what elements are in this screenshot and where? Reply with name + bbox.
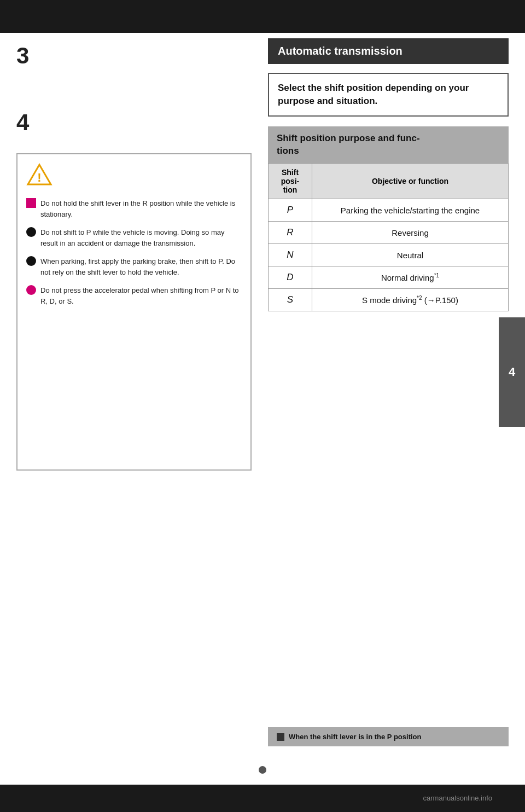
col-header-position: Shift posi-tion (269, 164, 312, 199)
warning-item-2: Do not shift to P while the vehicle is m… (26, 227, 242, 248)
right-tab-label: 4 (509, 365, 515, 379)
col-header-function: Objective or function (312, 164, 509, 199)
svg-text:!: ! (37, 171, 41, 184)
right-sidebar-tab: 4 (499, 317, 525, 427)
table-row-n: N Neutral (269, 244, 509, 266)
function-d: Normal driving*1 (312, 266, 509, 289)
table-row-s: S S mode driving*2 (→P.150) (269, 289, 509, 311)
section-heading-box: Shift position purpose and func-tions (268, 126, 509, 164)
black-circle-icon-2 (26, 256, 36, 266)
warning-item-1: Do not hold the shift lever in the R pos… (26, 198, 242, 219)
warning-item-3: When parking, first apply the parking br… (26, 256, 242, 277)
position-n: N (269, 244, 312, 266)
at-header-text: Automatic transmission (278, 45, 402, 57)
bottom-note-text: When the shift lever is in the P positio… (289, 733, 421, 741)
function-r: Reversing (312, 222, 509, 244)
position-p: P (269, 199, 312, 222)
position-r: R (269, 222, 312, 244)
position-d: D (269, 266, 312, 289)
red-square-icon (26, 198, 36, 208)
at-header: Automatic transmission (268, 38, 509, 64)
table-row-p: P Parking the vehicle/starting the engin… (269, 199, 509, 222)
warning-box: ! Do not hold the shift lever in the R p… (16, 153, 252, 471)
warning-item-4: Do not press the accelerator pedal when … (26, 285, 242, 306)
black-circle-icon-1 (26, 227, 36, 237)
warning-triangle-icon: ! (26, 163, 52, 186)
shift-table: Shift posi-tion Objective or function P … (268, 163, 509, 311)
section-num-4: 4 (16, 109, 29, 136)
bottom-note-box: When the shift lever is in the P positio… (268, 727, 509, 746)
section-heading-text: Shift position purpose and func-tions (277, 133, 420, 156)
function-s: S mode driving*2 (→P.150) (312, 289, 509, 311)
right-content-area: Automatic transmission Select the shift … (268, 38, 509, 311)
bottom-note-icon (277, 733, 284, 741)
page-dot (259, 766, 266, 774)
top-bar (0, 0, 525, 33)
table-row-d: D Normal driving*1 (269, 266, 509, 289)
watermark: carmanualsonline.info (423, 794, 492, 802)
position-s: S (269, 289, 312, 311)
function-p: Parking the vehicle/starting the engine (312, 199, 509, 222)
select-shift-text: Select the shift position depending on y… (278, 83, 469, 106)
select-shift-box: Select the shift position depending on y… (268, 73, 509, 117)
pink-circle-icon (26, 285, 36, 295)
section-num-3: 3 (16, 43, 29, 69)
warning-triangle-row: ! (26, 163, 242, 193)
function-n: Neutral (312, 244, 509, 266)
table-row-r: R Reversing (269, 222, 509, 244)
